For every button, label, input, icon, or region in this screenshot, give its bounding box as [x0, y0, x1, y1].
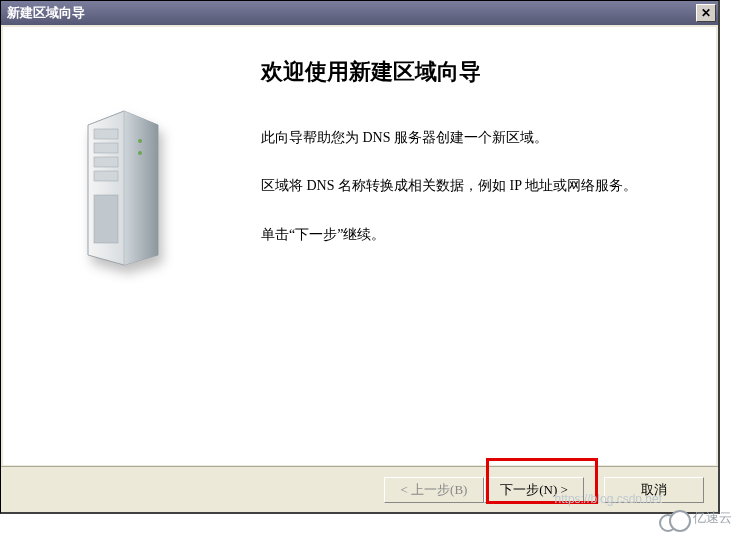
- wizard-window: 新建区域向导 ✕: [0, 0, 720, 514]
- svg-marker-1: [124, 111, 158, 265]
- wizard-content: 欢迎使用新建区域向导 此向导帮助您为 DNS 服务器创建一个新区域。 区域将 D…: [3, 27, 716, 465]
- close-button[interactable]: ✕: [696, 4, 716, 22]
- watermark-text: 亿速云: [693, 509, 732, 527]
- watermark: https://blog.csdn.net 亿速云: [657, 508, 732, 528]
- wizard-heading: 欢迎使用新建区域向导: [261, 57, 692, 87]
- watermark-url: https://blog.csdn.net: [555, 492, 662, 506]
- svg-rect-4: [94, 143, 118, 153]
- back-button: < 上一步(B): [384, 477, 484, 503]
- svg-rect-6: [94, 171, 118, 181]
- svg-rect-7: [94, 195, 118, 243]
- wizard-description-1: 此向导帮助您为 DNS 服务器创建一个新区域。: [261, 127, 692, 149]
- wizard-description-2: 区域将 DNS 名称转换成相关数据，例如 IP 地址或网络服务。: [261, 175, 692, 197]
- server-icon: [78, 107, 168, 271]
- svg-rect-3: [94, 129, 118, 139]
- close-icon: ✕: [701, 6, 711, 20]
- window-title: 新建区域向导: [7, 4, 85, 22]
- svg-rect-5: [94, 157, 118, 167]
- right-pane: 欢迎使用新建区域向导 此向导帮助您为 DNS 服务器创建一个新区域。 区域将 D…: [243, 27, 716, 465]
- wizard-instruction: 单击“下一步”继续。: [261, 224, 692, 246]
- titlebar: 新建区域向导 ✕: [1, 1, 718, 25]
- left-pane: [3, 27, 243, 465]
- svg-point-9: [138, 151, 142, 155]
- cloud-icon: [657, 508, 687, 528]
- svg-point-8: [138, 139, 142, 143]
